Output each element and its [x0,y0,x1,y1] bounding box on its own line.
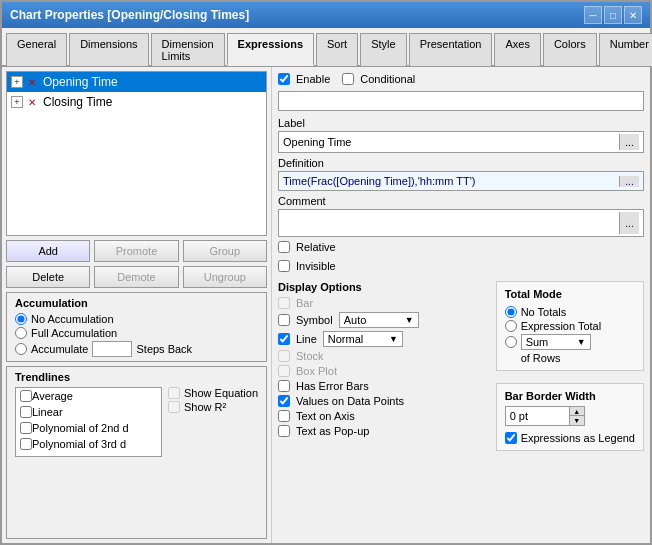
has-error-bars-row: Has Error Bars [278,380,488,392]
trendline-poly3[interactable]: Polynomial of 3rd d [16,436,161,452]
expressions-legend-checkbox[interactable] [505,432,517,444]
label-title: Label [278,117,644,129]
tab-general[interactable]: General [6,33,67,66]
demote-button[interactable]: Demote [94,266,178,288]
enable-checkbox[interactable] [278,73,290,85]
conditional-label: Conditional [360,73,415,85]
full-accumulation-radio[interactable] [15,327,27,339]
stock-label: Stock [296,350,324,362]
sum-dropdown[interactable]: Sum ▼ [521,334,591,350]
expression-list[interactable]: + ✕ Opening Time + ✕ Closing Time [6,71,267,236]
bar-checkbox[interactable] [278,297,290,309]
comment-title: Comment [278,195,644,207]
sum-dropdown-value: Sum [526,336,549,348]
bar-border-value: 0 pt [506,408,569,424]
trendline-poly3-checkbox[interactable] [20,438,32,450]
expand-opening[interactable]: + [11,76,23,88]
expression-item-closing[interactable]: + ✕ Closing Time [7,92,266,112]
symbol-checkbox[interactable] [278,314,290,326]
comment-section: Comment ... [278,195,644,237]
sum-row: Sum ▼ [505,334,635,350]
sum-dropdown-arrow: ▼ [577,337,586,347]
tab-axes[interactable]: Axes [494,33,540,66]
bar-border-up[interactable]: ▲ [570,407,584,416]
comment-field[interactable]: ... [278,209,644,237]
trendline-linear-label: Linear [32,406,63,418]
total-mode-section: Total Mode No Totals Expression Total [496,281,644,371]
stock-checkbox[interactable] [278,350,290,362]
line-checkbox[interactable] [278,333,290,345]
text-on-axis-checkbox[interactable] [278,410,290,422]
bar-border-down[interactable]: ▼ [570,416,584,425]
tab-expressions[interactable]: Expressions [227,33,314,66]
line-dropdown[interactable]: Normal ▼ [323,331,403,347]
expressions-legend-label: Expressions as Legend [521,432,635,444]
comment-btn[interactable]: ... [619,212,639,234]
promote-button[interactable]: Promote [94,240,178,262]
maximize-button[interactable]: □ [604,6,622,24]
conditional-field[interactable] [278,91,644,111]
close-button[interactable]: ✕ [624,6,642,24]
no-totals-radio[interactable] [505,306,517,318]
symbol-dropdown[interactable]: Auto ▼ [339,312,419,328]
expr-icon-opening: ✕ [25,75,39,89]
full-accumulation-label: Full Accumulation [31,327,117,339]
expand-closing[interactable]: + [11,96,23,108]
expressions-legend-row: Expressions as Legend [505,432,635,444]
left-panel: + ✕ Opening Time + ✕ Closing Time Add Pr… [2,67,272,543]
tab-sort[interactable]: Sort [316,33,358,66]
tab-dimension-limits[interactable]: Dimension Limits [151,33,225,66]
definition-btn[interactable]: ... [619,176,639,187]
conditional-checkbox[interactable] [342,73,354,85]
invisible-label: Invisible [296,260,336,272]
buttons-row-1: Add Promote Group [6,240,267,262]
has-error-bars-checkbox[interactable] [278,380,290,392]
expression-total-radio[interactable] [505,320,517,332]
expr-label-opening: Opening Time [43,75,118,89]
sum-radio[interactable] [505,336,517,348]
show-r2-checkbox[interactable] [168,401,180,413]
tab-bar: General Dimensions Dimension Limits Expr… [2,28,650,67]
trendline-poly2[interactable]: Polynomial of 2nd d [16,420,161,436]
steps-input[interactable]: 10 [92,341,132,357]
trendline-poly2-checkbox[interactable] [20,422,32,434]
trendline-linear[interactable]: Linear [16,404,161,420]
tab-presentation[interactable]: Presentation [409,33,493,66]
box-plot-checkbox[interactable] [278,365,290,377]
show-equation-option: Show Equation [168,387,258,399]
add-button[interactable]: Add [6,240,90,262]
show-equation-checkbox[interactable] [168,387,180,399]
no-accumulation-radio[interactable] [15,313,27,325]
tab-number[interactable]: Number [599,33,652,66]
bar-border-arrows: ▲ ▼ [569,407,584,425]
accumulate-radio[interactable] [15,343,27,355]
delete-button[interactable]: Delete [6,266,90,288]
relative-invisible: Relative Invisible [278,241,644,275]
ungroup-button[interactable]: Ungroup [183,266,267,288]
label-field[interactable]: Opening Time ... [278,131,644,153]
tab-colors[interactable]: Colors [543,33,597,66]
minimize-button[interactable]: ─ [584,6,602,24]
of-rows-label: of Rows [521,352,635,364]
definition-field[interactable]: Time(Frac([Opening Time]),'hh:mm TT') ..… [278,171,644,191]
tab-style[interactable]: Style [360,33,406,66]
label-btn[interactable]: ... [619,134,639,150]
text-as-popup-label: Text as Pop-up [296,425,369,437]
trendline-average-checkbox[interactable] [20,390,32,402]
trendline-average[interactable]: Average [16,388,161,404]
values-on-data-points-checkbox[interactable] [278,395,290,407]
expression-item-opening[interactable]: + ✕ Opening Time [7,72,266,92]
bar-border-title: Bar Border Width [505,390,635,402]
display-options-title: Display Options [278,281,488,293]
tab-dimensions[interactable]: Dimensions [69,33,148,66]
trendline-linear-checkbox[interactable] [20,406,32,418]
group-button[interactable]: Group [183,240,267,262]
text-as-popup-checkbox[interactable] [278,425,290,437]
symbol-label: Symbol [296,314,333,326]
trendlines-list[interactable]: Average Linear Polynomial of 2nd d [15,387,162,457]
main-content: + ✕ Opening Time + ✕ Closing Time Add Pr… [2,67,650,543]
relative-checkbox[interactable] [278,241,290,253]
expr-icon-closing: ✕ [25,95,39,109]
invisible-checkbox[interactable] [278,260,290,272]
trendline-poly3-label: Polynomial of 3rd d [32,438,126,450]
